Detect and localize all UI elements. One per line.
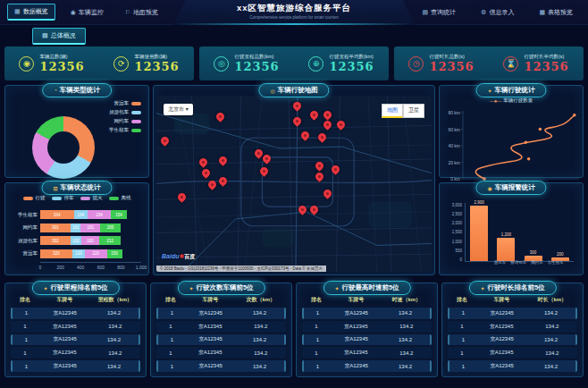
table-row: 1京A12345134.2 — [302, 321, 432, 333]
stat-card: ◷行驶时长总数(s)12356⌛行驶时长平均数(s)12356 — [394, 46, 584, 80]
panel-title-vehicle-type: ◔ 车辆类型统计 — [42, 83, 112, 97]
table-cell: 134.2 — [526, 350, 577, 356]
tab-overview-label: 总体概况 — [51, 31, 76, 40]
table-cell: 134.2 — [235, 337, 284, 342]
map-pin[interactable] — [322, 188, 333, 199]
map-pin[interactable] — [176, 191, 188, 203]
table-row: 1京A12345134.2 — [448, 347, 577, 358]
clock-icon: ◷ — [408, 56, 424, 72]
legend-swatch — [131, 102, 141, 105]
stat-card: ◎行驶里程总数(km)12356⊕行驶里程平均数(km)12356 — [199, 46, 389, 80]
map-pin[interactable] — [217, 176, 229, 188]
table-header-row: 排名车牌号时速（km） — [300, 293, 433, 307]
table-cell: 1 — [158, 337, 186, 342]
bar-value-label: 300 — [530, 250, 537, 255]
map-mode-button[interactable]: 地图 — [382, 104, 403, 118]
nav-left: ▦数据概览◉车辆监控⚐地图预览 — [7, 4, 164, 21]
rank-icon: ✦ — [480, 285, 484, 291]
table-cell: 134.2 — [381, 337, 430, 342]
map-pin[interactable] — [217, 155, 229, 166]
map-pin[interactable] — [314, 160, 325, 172]
x-tick-label: 0 — [39, 265, 42, 270]
alarm-bar-chart: 3,0002,5002,0001,5001,00050002,9001,2003… — [445, 203, 574, 269]
tab-row: ▤ 总体概况 — [0, 25, 588, 46]
map-region-dropdown[interactable]: 北京市 ▾ — [164, 104, 193, 115]
bar-segment-熄火: 234 — [88, 210, 111, 219]
map-pin[interactable] — [291, 100, 303, 112]
map-pin-layer — [156, 96, 432, 272]
speed-rank-table: 排名车牌号时速（km）1京A12345134.21京A12345134.21京A… — [300, 293, 433, 373]
x-tick-label: 200 — [56, 265, 63, 270]
table-cell: 京A12345 — [40, 335, 89, 343]
stat-label: 行驶时长平均数(s) — [524, 54, 568, 60]
table-cell: 134.2 — [526, 310, 575, 316]
x-tick-label: 400 — [77, 265, 84, 270]
map-pin[interactable] — [330, 164, 341, 175]
nav-item-表格预览[interactable]: ▦表格预览 — [533, 5, 579, 20]
right-column: ✦ 车辆行驶统计 —●— 车辆行驶数量 80 km60 km40 km20 km… — [439, 85, 584, 275]
alarm-bar — [497, 238, 515, 261]
status-legend: 行驶停车熄火离线 — [5, 195, 148, 201]
legend-item: 网约车 — [109, 118, 141, 124]
line-legend-marker: —●— — [490, 98, 501, 104]
table-cell: 1 — [304, 337, 332, 342]
table-cell: 1 — [448, 350, 476, 356]
nav-item-信息录入[interactable]: ⚙信息录入 — [475, 5, 520, 20]
nav-item-地图预览[interactable]: ⚐地图预览 — [119, 4, 164, 21]
panel-trips-rank: ✦ 行驶次数车辆前5位 排名车牌号次数（km）1京A12345134.21京A1… — [150, 283, 292, 377]
gear-icon: ⚙ — [481, 9, 486, 16]
bar-segment-行驶: 301 — [40, 224, 71, 232]
alarm-category-label: 网约车 — [528, 260, 547, 265]
status-bar-track: 301101191205 — [40, 224, 141, 232]
nav-item-查询统计[interactable]: ▤查询统计 — [416, 5, 462, 20]
map-pin[interactable] — [322, 109, 333, 121]
stat-text: 行驶时长平均数(s)12356 — [524, 54, 568, 73]
map-pin[interactable] — [316, 131, 328, 143]
map-pin[interactable] — [308, 204, 320, 215]
map-pin[interactable] — [308, 109, 320, 121]
map-pin[interactable] — [258, 165, 270, 177]
alarm-bar-column: 2,900 — [468, 200, 490, 261]
map-pin[interactable] — [159, 135, 171, 147]
table-cell: 134.2 — [89, 324, 140, 329]
map-layer-controls: 地图 卫星 — [382, 104, 424, 118]
x-tick-label: 800 — [117, 265, 124, 270]
stat-value: 12356 — [234, 60, 279, 73]
table-cell: 1 — [449, 310, 477, 316]
map-pin[interactable] — [335, 120, 347, 131]
map-pin[interactable] — [291, 116, 303, 128]
map-pin[interactable] — [214, 111, 226, 122]
rank-icon: ✦ — [334, 285, 339, 291]
column-header: 次数（km） — [235, 296, 286, 304]
table-cell: 134.2 — [235, 324, 286, 329]
alarm-x-axis: 营运车旅游包车网约车学生校车 — [491, 260, 565, 265]
stat-text: 行驶时长总数(s)12356 — [429, 54, 474, 73]
alarm-y-axis: 3,0002,5002,0001,5001,0005000 — [445, 203, 465, 262]
legend-item: 熄火 — [80, 195, 103, 201]
nav-item-车辆监控[interactable]: ◉车辆监控 — [64, 4, 110, 21]
satellite-mode-button[interactable]: 卫星 — [403, 104, 424, 118]
map-pin[interactable] — [322, 120, 333, 131]
map-pin[interactable] — [206, 180, 218, 191]
legend-swatch — [131, 111, 141, 114]
map-pin[interactable] — [299, 130, 311, 141]
bar-segment-熄火: 182 — [81, 236, 100, 245]
column-header: 时长（km） — [526, 296, 577, 304]
map-flag-icon: ⚐ — [125, 9, 130, 16]
table-row: 1京A12345134.2 — [302, 308, 432, 319]
table-cell: 京A12345 — [477, 335, 526, 343]
tab-overview[interactable]: ▤ 总体概况 — [32, 28, 86, 45]
stat-item: ◷行驶时长总数(s)12356 — [394, 54, 489, 73]
map-pin[interactable] — [261, 153, 273, 164]
panel-title-vehicle-status: ⊡ 车辆状态统计 — [41, 181, 112, 195]
map-pin[interactable] — [297, 204, 308, 215]
stat-value: 12356 — [329, 60, 374, 73]
map-pin[interactable] — [314, 171, 325, 182]
baidu-map[interactable]: 北京市 ▾ 地图 卫星 Baidu✱百度 © 2018 Baidu - GS(2… — [156, 96, 432, 272]
panel-vehicle-status: ⊡ 车辆状态统计 行驶停车熄火离线 学生校车334134234154网约车301… — [4, 182, 149, 275]
status-bar-row: 营运车320120220150 — [11, 249, 141, 258]
map-pin[interactable] — [197, 156, 209, 168]
map-pin[interactable] — [201, 167, 213, 179]
odometer-icon: ◎ — [214, 56, 229, 72]
nav-item-数据概览[interactable]: ▦数据概览 — [7, 4, 55, 21]
